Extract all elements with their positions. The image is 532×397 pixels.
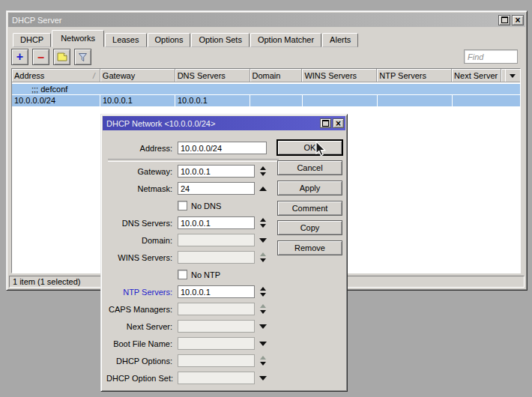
close-button[interactable]: ×: [512, 15, 524, 25]
dhcp-options-label: DHCP Options:: [106, 357, 178, 366]
sort-indicator-icon: /: [93, 70, 95, 82]
column-header-gateway[interactable]: Gateway: [100, 69, 175, 82]
filter-button[interactable]: [74, 49, 91, 65]
boot-file-name-label: Boot File Name:: [106, 339, 178, 348]
column-header-next-server[interactable]: Next Server: [452, 69, 501, 82]
arrow-up-icon: [259, 187, 267, 191]
ntp-servers-input[interactable]: [178, 285, 255, 298]
dhcp-option-set-input[interactable]: [178, 372, 255, 384]
wins-servers-label: WINS Servers:: [106, 253, 178, 262]
comment-button[interactable]: [53, 49, 70, 65]
dhcp-option-set-dropdown[interactable]: [259, 376, 267, 381]
gateway-spinner[interactable]: [259, 166, 267, 176]
chevron-down-icon: [510, 74, 516, 78]
tab-strip: DHCP Networks Leases Options Option Sets…: [13, 31, 359, 47]
table-row-comment[interactable]: ;;; defconf: [12, 84, 520, 94]
tab-leases[interactable]: Leases: [105, 33, 146, 47]
tab-option-sets[interactable]: Option Sets: [191, 33, 249, 47]
maximize-icon: [501, 16, 508, 23]
arrow-up-icon: [260, 287, 266, 291]
arrow-up-icon: [260, 304, 266, 308]
chevron-down-icon: [259, 376, 267, 381]
column-header-dns-servers[interactable]: DNS Servers: [175, 69, 250, 82]
ntp-servers-label: NTP Servers:: [106, 288, 178, 297]
dhcp-options-input[interactable]: [178, 354, 255, 367]
filter-icon: [78, 52, 88, 62]
dhcp-options-spinner[interactable]: [259, 356, 267, 366]
column-header-ntp-servers[interactable]: NTP Servers: [377, 69, 452, 82]
boot-file-name-input[interactable]: [178, 337, 255, 350]
tab-option-matcher[interactable]: Option Matcher: [250, 33, 321, 47]
tab-alerts[interactable]: Alerts: [322, 33, 358, 47]
find-input[interactable]: [464, 49, 518, 64]
cell-next-server: [453, 95, 502, 106]
apply-button[interactable]: Apply: [277, 181, 342, 196]
cell-address: 10.0.0.0/24: [12, 95, 100, 106]
maximize-button[interactable]: [498, 15, 510, 25]
cell-domain: [250, 95, 303, 106]
dns-servers-input[interactable]: [178, 216, 255, 229]
no-dns-checkbox[interactable]: [178, 201, 187, 210]
address-label: Address:: [106, 144, 178, 153]
tab-networks[interactable]: Networks: [52, 30, 104, 47]
comment-button-dialog[interactable]: Comment: [277, 201, 342, 216]
close-icon: ×: [515, 16, 520, 24]
netmask-up-control[interactable]: [259, 187, 267, 191]
gateway-input[interactable]: [178, 165, 255, 178]
next-server-input[interactable]: [178, 320, 255, 333]
boot-file-name-dropdown[interactable]: [259, 342, 267, 346]
tab-options[interactable]: Options: [148, 33, 191, 47]
copy-button[interactable]: Copy: [277, 220, 342, 235]
column-select-button[interactable]: [505, 69, 520, 82]
ok-button[interactable]: OK: [277, 140, 342, 155]
cell-wins-servers: [303, 95, 378, 106]
address-input[interactable]: [178, 142, 267, 154]
arrow-down-icon: [260, 258, 266, 262]
arrow-up-icon: [260, 166, 266, 170]
window-title: DHCP Server: [12, 16, 61, 25]
netmask-input[interactable]: [178, 182, 255, 195]
next-server-dropdown[interactable]: [259, 324, 267, 329]
arrow-up-icon: [260, 252, 266, 256]
remove-button-dialog[interactable]: Remove: [277, 240, 342, 255]
comment-icon: [57, 52, 67, 61]
caps-managers-input[interactable]: [178, 303, 255, 315]
arrow-up-icon: [260, 356, 266, 360]
column-header-domain[interactable]: Domain: [250, 69, 303, 82]
cell-dns-servers: 10.0.0.1: [175, 95, 250, 106]
dhcp-option-set-label: DHCP Option Set:: [106, 374, 178, 383]
column-header-address[interactable]: Address /: [12, 69, 100, 82]
add-button[interactable]: +: [11, 49, 28, 65]
remove-button[interactable]: −: [32, 49, 49, 65]
ntp-servers-spinner[interactable]: [259, 287, 267, 297]
dns-servers-spinner[interactable]: [259, 218, 267, 228]
next-server-label: Next Server:: [106, 322, 178, 331]
chevron-down-icon: [259, 324, 267, 329]
column-header-wins-servers[interactable]: WINS Servers: [302, 69, 377, 82]
dialog-titlebar[interactable]: DHCP Network <10.0.0.0/24> ×: [103, 116, 345, 130]
table-row[interactable]: 10.0.0.0/24 10.0.0.1 10.0.0.1: [12, 95, 520, 106]
chevron-down-icon: [259, 342, 267, 346]
tab-dhcp[interactable]: DHCP: [13, 33, 51, 47]
domain-dropdown[interactable]: [259, 238, 267, 243]
table-header: Address / Gateway DNS Servers Domain WIN…: [12, 69, 520, 82]
cell-gateway: 10.0.0.1: [100, 95, 175, 106]
caps-managers-spinner[interactable]: [259, 304, 267, 314]
remove-icon: −: [37, 52, 44, 62]
cell-ntp-servers: [378, 95, 453, 106]
wins-servers-spinner[interactable]: [259, 252, 267, 262]
cancel-button[interactable]: Cancel: [277, 160, 342, 175]
no-ntp-label: No NTP: [191, 270, 220, 279]
arrow-up-icon: [260, 218, 266, 222]
dialog-close-button[interactable]: ×: [333, 118, 344, 128]
no-ntp-checkbox[interactable]: [178, 270, 187, 279]
arrow-down-icon: [260, 172, 266, 176]
window-titlebar[interactable]: DHCP Server ×: [8, 13, 525, 27]
domain-input[interactable]: [178, 234, 255, 246]
dns-servers-label: DNS Servers:: [106, 219, 178, 228]
dialog-maximize-button[interactable]: [320, 118, 331, 128]
wins-servers-input[interactable]: [178, 251, 255, 264]
chevron-down-icon: [259, 238, 267, 243]
domain-label: Domain:: [106, 236, 178, 245]
add-icon: +: [16, 52, 23, 62]
